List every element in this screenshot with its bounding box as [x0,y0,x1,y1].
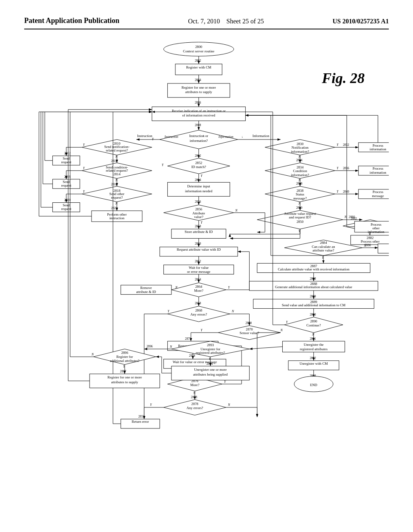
svg-text:Process: Process [373,190,384,194]
svg-text:Status: Status [296,193,305,197]
svg-text:Y: Y [83,190,85,193]
svg-text:Unregister the: Unregister the [304,343,324,347]
svg-text:Y: Y [83,143,85,147]
svg-text:2804: 2804 [195,79,201,82]
svg-text:Request attribute value with I: Request attribute value with ID [177,248,221,252]
svg-text:2870: 2870 [246,321,252,325]
svg-text:information?: information? [190,139,208,143]
svg-text:Y: Y [152,137,154,141]
svg-text:Y: Y [150,403,152,407]
svg-text:N: N [175,286,178,290]
svg-text:Store attribute & ID: Store attribute & ID [185,230,213,234]
svg-text:Register with CM: Register with CM [186,66,212,70]
svg-text:N: N [115,179,118,183]
svg-text:Perform other: Perform other [107,212,127,216]
svg-text:2893: 2893 [207,343,214,347]
svg-text:2854: 2854 [195,178,201,182]
svg-text:2832: 2832 [343,143,349,147]
svg-text:Sensor value?: Sensor value? [240,331,259,335]
svg-text:2858: 2858 [195,225,201,229]
flowchart: text { font-family: 'Times New Roman', T… [24,37,389,497]
svg-text:↓: ↓ [202,134,204,138]
svg-text:2874: 2874 [189,354,196,358]
svg-text:Any errors?: Any errors? [186,406,203,410]
svg-text:additional attributes?: additional attributes? [110,359,140,363]
svg-text:Information: Information [218,135,234,139]
svg-text:Y: Y [337,190,339,193]
svg-text:ID match?: ID match? [191,165,206,169]
svg-text:2820: 2820 [64,198,71,202]
svg-text:Y: Y [83,166,85,170]
svg-rect-181 [378,244,389,253]
svg-text:Y: Y [286,321,288,324]
svg-text:2840: 2840 [343,190,349,193]
svg-text:related request?: related request? [106,148,128,152]
svg-text:2892: 2892 [310,356,316,360]
svg-text:information: information [370,148,387,152]
svg-text:Determine input: Determine input [187,184,210,188]
svg-text:2856: 2856 [195,200,201,204]
svg-text:Y: Y [201,329,203,332]
svg-text:2822: 2822 [111,206,117,210]
svg-text:attributes to supply: attributes to supply [111,380,138,384]
svg-text:N: N [91,353,94,357]
svg-text:2868: 2868 [195,301,201,305]
svg-text:2816: 2816 [64,175,71,179]
svg-text:Y: Y [201,221,203,224]
svg-text:Can calculate an: Can calculate an [312,245,335,249]
svg-text:Continue?: Continue? [307,323,321,327]
svg-text:Y: Y [224,380,226,384]
svg-text:attributes to supply: attributes to supply [185,90,212,94]
svg-text:of information received: of information received [182,114,216,118]
svg-text:Unregister with CM: Unregister with CM [300,362,328,366]
svg-text:N: N [298,202,301,206]
svg-text:2872: 2872 [185,337,192,341]
svg-text:information needed: information needed [185,189,213,193]
svg-text:2878: 2878 [191,402,198,406]
svg-text:information?: information? [291,173,309,177]
svg-text:2897: 2897 [120,370,127,373]
svg-text:2878: 2878 [191,395,197,399]
publication-title: Patent Application Publication [24,16,119,25]
svg-text:Any errors?: Any errors? [190,312,207,316]
svg-text:Y: Y [228,286,230,290]
svg-text:registered attributes: registered attributes [300,347,327,351]
svg-text:N: N [227,403,230,407]
page: Patent Application Publication Oct. 7, 2… [0,0,413,532]
svg-text:2838: 2838 [296,189,304,193]
svg-text:2806: 2806 [195,101,201,105]
svg-text:attribute value?: attribute value? [313,249,334,253]
svg-text:Context server routine: Context server routine [183,49,215,53]
svg-text:information: information [370,171,387,175]
svg-text:2802: 2802 [195,59,201,62]
svg-text:registered attributes?: registered attributes? [196,351,225,355]
svg-text:2890: 2890 [310,313,316,316]
svg-text:2870: 2870 [246,327,253,331]
svg-text:or error message: or error message [187,270,211,274]
svg-text:Attribute value request: Attribute value request [284,212,316,216]
svg-text:2896: 2896 [146,345,153,348]
svg-text:N: N [232,310,234,313]
svg-text:Process: Process [373,167,384,171]
svg-text:2884: 2884 [320,241,327,245]
svg-text:Attribute: Attribute [192,211,205,215]
svg-text:2860: 2860 [195,242,201,245]
svg-text:N: N [115,156,118,159]
svg-text:Unregister for: Unregister for [200,347,220,351]
svg-text:2834: 2834 [296,165,304,169]
svg-text:N: N [235,209,238,212]
svg-text:Y: Y [337,166,339,170]
svg-text:Register for one or more: Register for one or more [107,376,142,380]
svg-text:2868: 2868 [195,309,202,313]
patent-number: US 2010/0257235 A1 [332,16,389,25]
svg-text:Y: Y [162,163,164,167]
svg-text:2894: 2894 [206,362,213,366]
svg-text:message?: message? [293,196,307,200]
svg-text:attributes being supplied: attributes being supplied [193,372,228,376]
svg-text:Return error: Return error [131,420,149,424]
page-header: Patent Application Publication Oct. 7, 2… [24,16,389,29]
svg-text:2818: 2818 [111,183,117,187]
svg-text:N: N [280,329,283,332]
publication-date: Oct. 7, 2010 Sheet 25 of 25 [188,16,264,25]
svg-text:N: N [115,202,118,206]
